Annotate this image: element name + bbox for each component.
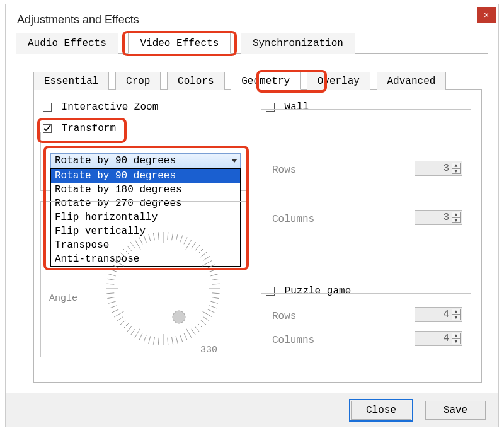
svg-line-67: [139, 237, 142, 244]
svg-line-59: [112, 265, 118, 268]
angle-tick-label: 330: [200, 345, 217, 355]
puzzle-cols-label: Columns: [272, 335, 314, 346]
tab-overlay-label: Overlay: [318, 76, 360, 87]
transform-option[interactable]: Rotate by 90 degrees: [51, 169, 240, 183]
svg-line-29: [192, 329, 196, 335]
tab-overlay[interactable]: Overlay: [307, 72, 370, 90]
svg-line-64: [127, 245, 132, 251]
tab-synchronization-label: Synchronization: [253, 38, 343, 49]
svg-line-33: [176, 336, 178, 344]
spinner-down-icon[interactable]: ▼: [452, 338, 461, 344]
spinner-down-icon[interactable]: ▼: [452, 315, 461, 320]
interactive-zoom-label: Interactive Zoom: [62, 101, 159, 113]
svg-line-11: [203, 256, 210, 260]
puzzle-cols-spinner[interactable]: 4 ▲ ▼: [415, 331, 462, 346]
tab-crop[interactable]: Crop: [115, 72, 161, 90]
svg-line-58: [110, 269, 117, 272]
tab-colors[interactable]: Colors: [167, 72, 225, 90]
svg-line-8: [195, 245, 200, 251]
spinner-buttons: ▲ ▼: [452, 212, 461, 223]
spinner-down-icon[interactable]: ▼: [452, 168, 461, 174]
tab-geometry-label: Geometry: [241, 76, 290, 87]
svg-line-10: [201, 252, 207, 257]
transform-option[interactable]: Rotate by 180 degrees: [51, 183, 240, 197]
svg-line-20: [212, 297, 219, 299]
svg-line-49: [112, 309, 118, 313]
svg-line-66: [135, 240, 140, 250]
svg-line-52: [107, 297, 115, 299]
tab-essential-label: Essential: [44, 76, 98, 87]
svg-line-14: [209, 269, 216, 272]
svg-line-4: [180, 235, 183, 242]
spinner-up-icon[interactable]: ▲: [452, 163, 461, 168]
svg-line-31: [184, 333, 187, 340]
svg-line-69: [149, 234, 151, 241]
svg-line-63: [123, 248, 128, 253]
spinner-down-icon[interactable]: ▼: [452, 217, 461, 223]
close-button[interactable]: Close: [351, 401, 411, 420]
spinner-up-icon[interactable]: ▲: [452, 333, 461, 338]
transform-combobox[interactable]: Rotate by 90 degrees: [50, 153, 241, 168]
svg-line-22: [209, 306, 216, 308]
bottom-bar: Close Save: [6, 393, 498, 427]
save-button[interactable]: Save: [425, 401, 486, 420]
svg-line-42: [135, 328, 140, 338]
row-interactive-zoom: Interactive Zoom: [43, 101, 158, 113]
svg-line-2: [172, 233, 173, 240]
geometry-panel: Interactive Zoom Transform Rotate by 90 …: [33, 90, 482, 383]
svg-line-56: [107, 279, 115, 280]
tab-synchronization[interactable]: Synchronization: [241, 33, 355, 54]
angle-label: Angle: [49, 293, 77, 304]
spinner-up-icon[interactable]: ▲: [452, 212, 461, 217]
svg-line-32: [180, 335, 183, 342]
effects-window: Adjustments and Effects × Audio Effects …: [5, 4, 499, 427]
svg-line-7: [192, 242, 196, 248]
svg-line-27: [198, 323, 203, 328]
tab-essential[interactable]: Essential: [33, 72, 109, 90]
svg-line-46: [120, 320, 125, 325]
svg-line-53: [106, 293, 114, 294]
wall-cols-label: Columns: [272, 214, 314, 225]
svg-line-60: [114, 260, 124, 266]
svg-line-37: [158, 338, 159, 345]
tab-colors-label: Colors: [178, 76, 214, 87]
spinner-buttons: ▲ ▼: [452, 309, 461, 320]
angle-dial[interactable]: [103, 229, 223, 349]
svg-line-41: [139, 333, 142, 340]
window-title: Adjustments and Effects: [17, 13, 139, 26]
tab-video-effects[interactable]: Video Effects: [128, 33, 231, 54]
svg-line-68: [144, 235, 146, 242]
tab-geometry[interactable]: Geometry: [231, 72, 301, 90]
svg-line-45: [123, 323, 128, 328]
window-close-button[interactable]: ×: [477, 7, 496, 23]
wall-cols-spinner[interactable]: 3 ▲ ▼: [415, 210, 462, 225]
puzzle-rows-value: 4: [443, 309, 449, 320]
tab-crop-label: Crop: [126, 76, 150, 87]
close-icon: ×: [484, 10, 489, 20]
svg-line-35: [168, 338, 168, 345]
svg-line-28: [195, 326, 200, 332]
svg-line-19: [212, 293, 220, 294]
spinner-up-icon[interactable]: ▲: [452, 309, 461, 315]
svg-line-15: [210, 274, 218, 276]
tab-advanced[interactable]: Advanced: [377, 72, 447, 90]
wall-rows-value: 3: [443, 163, 449, 174]
interactive-zoom-checkbox[interactable]: [43, 103, 52, 112]
svg-line-71: [158, 232, 159, 240]
svg-line-26: [201, 320, 207, 325]
wall-rows-spinner[interactable]: 3 ▲ ▼: [415, 161, 462, 176]
svg-line-13: [208, 265, 215, 268]
spinner-buttons: ▲ ▼: [452, 333, 461, 344]
svg-line-44: [127, 326, 132, 332]
svg-point-72: [173, 311, 185, 323]
svg-line-5: [184, 237, 187, 244]
tab-audio-effects[interactable]: Audio Effects: [16, 33, 118, 54]
svg-line-62: [120, 252, 125, 257]
sub-tabs: Essential Crop Colors Geometry Overlay A…: [33, 71, 482, 90]
tab-video-effects-label: Video Effects: [140, 38, 219, 49]
puzzle-cols-value: 4: [443, 333, 449, 344]
chevron-down-icon: [231, 159, 238, 163]
spinner-buttons: ▲ ▼: [452, 163, 461, 174]
puzzle-rows-spinner[interactable]: 4 ▲ ▼: [415, 307, 462, 322]
svg-line-50: [110, 306, 117, 308]
